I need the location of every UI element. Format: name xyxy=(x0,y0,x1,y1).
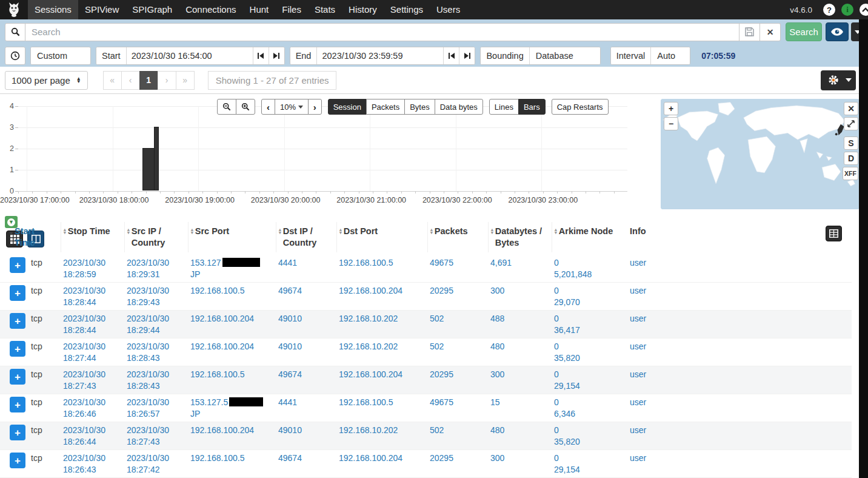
cap-restarts-button[interactable]: Cap Restarts xyxy=(552,99,609,115)
pan-left-button[interactable]: ‹ xyxy=(261,99,275,115)
expand-session-button[interactable]: + xyxy=(10,397,25,412)
dst-port-cell[interactable]: 502 xyxy=(427,312,488,336)
stop-time-cell[interactable]: 2023/10/3018:29:31 xyxy=(124,257,188,280)
databytes-cell[interactable]: 035,820 xyxy=(552,340,627,364)
nav-item-sessions[interactable]: Sessions xyxy=(28,0,78,19)
start-time-input[interactable] xyxy=(127,47,253,64)
metric-tab-packets[interactable]: Packets xyxy=(366,99,405,115)
map-expand-button[interactable] xyxy=(844,117,858,130)
nav-item-settings[interactable]: Settings xyxy=(384,0,430,19)
map-layer-button-d[interactable]: D xyxy=(844,152,858,165)
packets-cell[interactable]: 300 xyxy=(488,284,552,308)
node-cell[interactable]: user xyxy=(627,452,688,476)
src-port-cell[interactable]: 4441 xyxy=(276,257,336,280)
map-close-button[interactable]: ✕ xyxy=(844,102,858,115)
expand-session-button[interactable]: + xyxy=(10,313,25,329)
map-layer-button-xff[interactable]: XFF xyxy=(843,167,858,180)
table-row[interactable]: +tcp2023/10/3018:28:592023/10/3018:29:31… xyxy=(0,255,852,283)
start-time-cell[interactable]: 2023/10/3018:28:59 xyxy=(61,257,124,280)
src-ip-cell[interactable]: 192.168.100.5 xyxy=(188,452,276,476)
time-button[interactable] xyxy=(5,47,25,65)
time-preset-select[interactable]: Custom xyxy=(30,47,91,65)
stop-time-cell[interactable]: 2023/10/3018:29:43 xyxy=(124,284,188,308)
table-row[interactable]: +tcp2023/10/3018:28:442023/10/3018:29:44… xyxy=(0,311,852,338)
settings-gear-button[interactable] xyxy=(823,70,844,90)
column-header-src-ip-country[interactable]: ▴▾Src IP / Country xyxy=(124,222,188,252)
node-cell[interactable]: user xyxy=(627,257,688,280)
start-time-cell[interactable]: 2023/10/3018:26:43 xyxy=(61,452,124,476)
search-input[interactable] xyxy=(25,23,739,41)
stop-time-cell[interactable]: 2023/10/3018:28:43 xyxy=(124,340,188,364)
table-row[interactable]: +tcp2023/10/3018:26:442023/10/3018:27:43… xyxy=(0,422,852,450)
metric-tab-bytes[interactable]: Bytes xyxy=(404,99,435,115)
src-ip-cell[interactable]: 192.168.100.204 xyxy=(188,340,276,364)
node-cell[interactable]: user xyxy=(627,340,688,364)
interval-select[interactable]: Auto xyxy=(651,47,690,64)
dst-ip-cell[interactable]: 192.168.100.204 xyxy=(336,284,427,308)
arkime-logo[interactable] xyxy=(0,0,28,19)
page-button-1[interactable]: 1 xyxy=(139,71,158,90)
stop-time-cell[interactable]: 2023/10/3018:28:43 xyxy=(124,368,188,392)
expand-session-button[interactable]: + xyxy=(10,341,25,357)
map-zoom-in-button[interactable]: + xyxy=(664,102,678,115)
help-icon[interactable]: ? xyxy=(823,4,835,16)
page-button-›[interactable]: › xyxy=(158,71,176,90)
dst-port-cell[interactable]: 20295 xyxy=(427,452,488,476)
pan-right-button[interactable]: › xyxy=(308,99,322,115)
views-button[interactable] xyxy=(826,22,849,41)
packets-cell[interactable]: 480 xyxy=(488,424,552,448)
src-port-cell[interactable]: 49674 xyxy=(276,452,336,476)
page-size-select[interactable]: 1000 per page ▲▼ xyxy=(5,71,88,90)
column-header-src-port[interactable]: ▴▾Src Port xyxy=(188,222,276,252)
column-header-stop-time[interactable]: ▴▾Stop Time xyxy=(61,222,124,252)
src-port-cell[interactable]: 49010 xyxy=(276,340,336,364)
start-time-cell[interactable]: 2023/10/3018:28:44 xyxy=(61,312,124,336)
nav-item-spigraph[interactable]: SPIGraph xyxy=(125,0,179,19)
node-cell[interactable]: user xyxy=(627,396,688,420)
search-button[interactable]: Search xyxy=(786,22,822,41)
databytes-cell[interactable]: 029,154 xyxy=(552,368,627,392)
expand-session-button[interactable]: + xyxy=(10,285,25,301)
table-row[interactable]: +tcp2023/10/3018:28:442023/10/3018:29:43… xyxy=(0,283,852,311)
packets-cell[interactable]: 300 xyxy=(488,368,552,392)
metric-tab-data-bytes[interactable]: Data bytes xyxy=(435,99,483,115)
dst-ip-cell[interactable]: 192.168.100.5 xyxy=(336,257,427,280)
start-step-back-button[interactable] xyxy=(253,47,269,64)
databytes-cell[interactable]: 029,154 xyxy=(552,452,627,476)
world-map-panel[interactable]: + − ✕ SDXFF xyxy=(661,99,860,209)
src-ip-cell[interactable]: 153.127.5JP xyxy=(188,396,276,420)
expand-session-button[interactable]: + xyxy=(10,453,25,468)
dst-ip-cell[interactable]: 192.168.10.202 xyxy=(336,424,427,448)
packets-cell[interactable]: 480 xyxy=(488,340,552,364)
databytes-cell[interactable]: 035,820 xyxy=(552,424,627,448)
table-row[interactable]: +tcp2023/10/3018:27:432023/10/3018:28:43… xyxy=(0,366,852,394)
metric-tab-session[interactable]: Session xyxy=(328,99,367,115)
stop-time-cell[interactable]: 2023/10/3018:27:43 xyxy=(124,424,188,448)
settings-dropdown[interactable] xyxy=(844,78,853,82)
dst-port-cell[interactable]: 20295 xyxy=(427,368,488,392)
dst-port-cell[interactable]: 49675 xyxy=(427,257,488,280)
nav-item-stats[interactable]: Stats xyxy=(308,0,342,19)
page-button-‹[interactable]: ‹ xyxy=(121,71,140,90)
node-cell[interactable]: user xyxy=(627,312,688,336)
map-zoom-out-button[interactable]: − xyxy=(664,117,678,130)
src-ip-cell[interactable]: 153.127JP xyxy=(188,257,276,280)
databytes-cell[interactable]: 036,417 xyxy=(552,312,627,336)
dst-port-cell[interactable]: 502 xyxy=(427,424,488,448)
end-time-input[interactable] xyxy=(317,47,443,64)
src-ip-cell[interactable]: 192.168.100.5 xyxy=(188,284,276,308)
column-header-packets[interactable]: ▴▾Packets xyxy=(427,222,488,252)
dst-ip-cell[interactable]: 192.168.100.5 xyxy=(336,396,427,420)
zoom-level-select[interactable]: 10% xyxy=(275,99,309,115)
databytes-cell[interactable]: 06,346 xyxy=(552,396,627,420)
src-port-cell[interactable]: 49674 xyxy=(276,284,336,308)
style-tab-lines[interactable]: Lines xyxy=(489,99,519,115)
end-step-forward-button[interactable] xyxy=(459,47,475,64)
databytes-cell[interactable]: 05,201,848 xyxy=(552,257,627,280)
table-row[interactable]: +tcp2023/10/3018:26:432023/10/3018:27:42… xyxy=(0,450,852,478)
column-header-dst-port[interactable]: ▴▾Dst Port xyxy=(336,222,427,252)
zoom-in-button[interactable] xyxy=(236,99,255,115)
src-ip-cell[interactable]: 192.168.100.204 xyxy=(188,312,276,336)
column-header-dst-ip-country[interactable]: ▴▾Dst IP / Country xyxy=(276,222,336,252)
nav-item-connections[interactable]: Connections xyxy=(179,0,242,19)
